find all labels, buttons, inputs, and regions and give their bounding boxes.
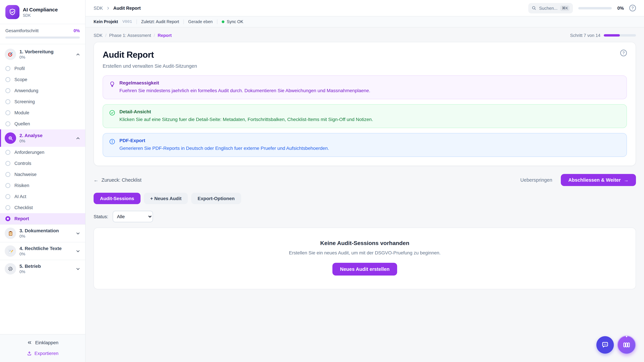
collapse-sidebar-button[interactable]: Einklappen bbox=[27, 340, 58, 345]
info-box-title: PDF-Export bbox=[120, 138, 329, 143]
sidebar-item-label: Anforderungen bbox=[14, 150, 44, 155]
empty-state-body: Erstellen Sie ein neues Audit, um mit de… bbox=[100, 250, 629, 255]
sidebar-item-label: Checklist bbox=[14, 205, 33, 210]
memo-pencil-icon bbox=[5, 245, 16, 257]
step-progress: Schritt 7 von 14 bbox=[570, 33, 636, 38]
sidebar-item-risiken[interactable]: Risiken bbox=[0, 180, 85, 191]
tab-neues-audit[interactable]: + Neues Audit bbox=[144, 193, 188, 204]
export-button[interactable]: Exportieren bbox=[27, 351, 58, 356]
info-box-detail-ansicht: Detail-Ansicht Klicken Sie auf eine Sitz… bbox=[103, 104, 627, 128]
lightbulb-icon bbox=[109, 81, 116, 87]
skip-button[interactable]: Ueberspringen bbox=[520, 177, 552, 183]
divider bbox=[217, 19, 217, 24]
radio-icon bbox=[5, 77, 10, 82]
empty-state-card: Keine Audit-Sessions vorhanden Erstellen… bbox=[94, 227, 636, 289]
gear-icon bbox=[5, 263, 16, 275]
sidebar-item-report[interactable]: Report bbox=[0, 213, 85, 224]
page-breadcrumb-row: SDK / Phase 1: Assessment / Report Schri… bbox=[86, 27, 644, 42]
page-breadcrumb: SDK / Phase 1: Assessment / Report bbox=[94, 33, 172, 38]
help-icon[interactable]: ? bbox=[629, 5, 636, 11]
sidebar-item-label: Profil bbox=[14, 66, 25, 71]
app-window: AI Compliance SDK Gesamtfortschritt 0% 1… bbox=[0, 0, 644, 362]
section-percent: 0% bbox=[20, 270, 72, 274]
info-circle-icon bbox=[109, 138, 116, 145]
sidebar-section-betrieb[interactable]: 5. Betrieb 0% bbox=[0, 260, 85, 278]
sidebar-item-scope[interactable]: Scope bbox=[0, 74, 85, 85]
card-help-icon[interactable]: ? bbox=[620, 50, 627, 56]
section-title: 3. Dokumentation bbox=[20, 228, 72, 234]
status-filter-select[interactable]: Alle bbox=[112, 211, 153, 222]
info-box-pdf-export: PDF-Export Generieren Sie PDF-Reports in… bbox=[103, 133, 627, 157]
breadcrumb-root[interactable]: SDK bbox=[94, 5, 103, 10]
sidebar-section-vorbereitung[interactable]: 1. Vorbereitung 0% bbox=[0, 45, 85, 63]
sidebar-section-analyse[interactable]: 2. Analyse 0% bbox=[0, 129, 85, 147]
sidebar-item-profil[interactable]: Profil bbox=[0, 63, 85, 74]
columns-icon bbox=[622, 341, 630, 349]
topbar-progress-track bbox=[578, 7, 612, 9]
chevrons-left-icon bbox=[27, 340, 32, 345]
status-filter-label: Status: bbox=[94, 214, 108, 219]
create-audit-button[interactable]: Neues Audit erstellen bbox=[332, 263, 397, 275]
radio-icon bbox=[5, 150, 10, 155]
sidebar-item-anforderungen[interactable]: Anforderungen bbox=[0, 147, 85, 158]
app-title: AI Compliance bbox=[23, 6, 58, 12]
info-box-body: Generieren Sie PDF-Reports in Deutsch od… bbox=[120, 145, 329, 151]
map-overview-fab-button[interactable] bbox=[617, 336, 636, 354]
section-title: 1. Vorbereitung bbox=[20, 49, 72, 55]
section-percent: 0% bbox=[20, 139, 72, 144]
radio-icon bbox=[5, 66, 10, 71]
search-shortcut-badge: ⌘K bbox=[560, 5, 570, 11]
app-title-block: AI Compliance SDK bbox=[23, 6, 58, 17]
chevron-down-icon bbox=[76, 266, 80, 271]
sidebar-item-label: Quellen bbox=[14, 121, 30, 126]
chat-fab-button[interactable] bbox=[596, 336, 614, 354]
sidebar-item-checklist[interactable]: Checklist bbox=[0, 202, 85, 213]
sidebar-section-rechtliche-texte[interactable]: 4. Rechtliche Texte 0% bbox=[0, 242, 85, 260]
sidebar-item-nachweise[interactable]: Nachweise bbox=[0, 169, 85, 180]
overall-progress: Gesamtfortschritt 0% bbox=[0, 24, 85, 44]
step-progress-track bbox=[604, 34, 636, 36]
tab-audit-sessions[interactable]: Audit-Sessions bbox=[94, 193, 140, 204]
radio-icon bbox=[5, 205, 10, 210]
empty-state-title: Keine Audit-Sessions vorhanden bbox=[100, 240, 629, 247]
topbar: SDK Audit Report Suchen... ⌘K 0% ? bbox=[86, 0, 644, 16]
status-bar: Kein Projekt V001 Zuletzt: Audit Report … bbox=[86, 16, 644, 27]
section-percent: 0% bbox=[20, 234, 72, 239]
search-placeholder: Suchen... bbox=[539, 5, 558, 10]
breadcrumb-phase[interactable]: Phase 1: Assessment bbox=[109, 33, 151, 38]
divider bbox=[136, 19, 137, 24]
breadcrumb-report: Report bbox=[158, 33, 172, 38]
chevron-down-icon bbox=[76, 249, 80, 254]
upload-icon bbox=[27, 351, 32, 356]
app-logo-shield-icon bbox=[5, 5, 20, 19]
tab-bar: Audit-Sessions + Neues Audit Export-Opti… bbox=[94, 193, 636, 204]
sidebar-item-screening[interactable]: Screening bbox=[0, 96, 85, 107]
app-subtitle: SDK bbox=[23, 13, 58, 17]
info-boxes: Regelmaessigkeit Fuehren Sie mindestens … bbox=[103, 75, 627, 157]
sidebar-item-module[interactable]: Module bbox=[0, 107, 85, 118]
breadcrumb-sdk[interactable]: SDK bbox=[94, 33, 102, 38]
radio-icon bbox=[5, 88, 10, 93]
clipboard-icon bbox=[5, 228, 16, 239]
sidebar-item-anwendung[interactable]: Anwendung bbox=[0, 85, 85, 96]
sidebar-nav: 1. Vorbereitung 0% Profil Scope Anwendun… bbox=[0, 44, 85, 334]
sidebar-item-label: Anwendung bbox=[14, 88, 38, 93]
search-input[interactable]: Suchen... ⌘K bbox=[528, 3, 573, 13]
sidebar-item-controls[interactable]: Controls bbox=[0, 158, 85, 169]
sidebar-section-dokumentation[interactable]: 3. Dokumentation 0% bbox=[0, 225, 85, 242]
breadcrumb-current: Audit Report bbox=[113, 5, 141, 10]
page-title: Audit Report bbox=[103, 50, 154, 60]
overall-progress-percent: 0% bbox=[74, 28, 80, 33]
finish-and-next-button[interactable]: Abschliessen & Weiter → bbox=[561, 174, 636, 186]
magnifier-icon bbox=[5, 132, 16, 144]
sidebar-item-quellen[interactable]: Quellen bbox=[0, 118, 85, 129]
tab-export-optionen[interactable]: Export-Optionen bbox=[191, 193, 241, 204]
sidebar-footer: Einklappen Exportieren bbox=[0, 334, 85, 362]
sidebar-item-ai-act[interactable]: AI Act bbox=[0, 191, 85, 202]
back-link[interactable]: ← Zurueck: Checklist bbox=[94, 177, 142, 183]
info-box-regelmaessigkeit: Regelmaessigkeit Fuehren Sie mindestens … bbox=[103, 75, 627, 99]
radio-icon bbox=[5, 121, 10, 126]
step-progress-fill bbox=[604, 34, 620, 36]
info-box-body: Klicken Sie auf eine Sitzung fuer die De… bbox=[120, 116, 373, 123]
wizard-nav-row: ← Zurueck: Checklist Ueberspringen Absch… bbox=[94, 174, 636, 186]
